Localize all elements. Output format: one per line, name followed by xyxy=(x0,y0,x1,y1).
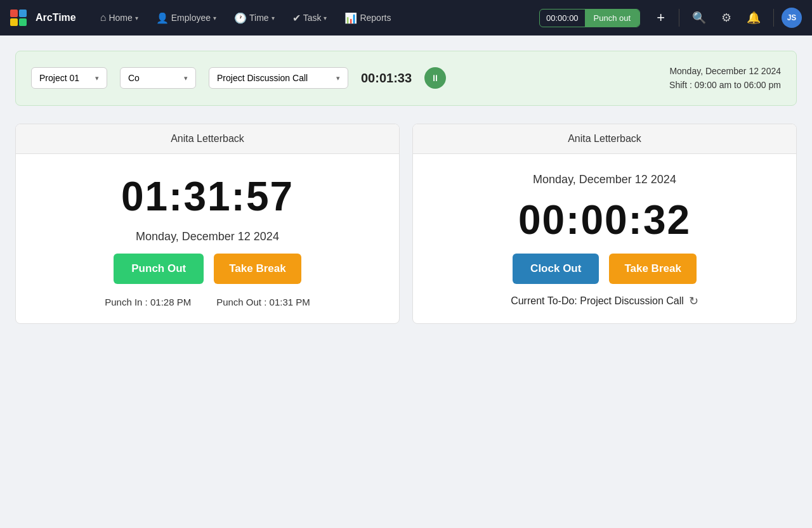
logo-red xyxy=(10,10,18,17)
punch-out-button[interactable]: Punch out xyxy=(585,10,640,27)
logo-blue xyxy=(19,10,27,17)
home-chevron-icon: ▾ xyxy=(135,15,138,22)
left-big-timer: 01:31:57 xyxy=(121,173,294,220)
topbar-timer: 00:01:33 xyxy=(361,71,412,86)
home-icon: ⌂ xyxy=(100,12,107,23)
divider-1 xyxy=(679,9,679,27)
right-date: Monday, December 12 2024 xyxy=(533,173,676,186)
notifications-button[interactable]: 🔔 xyxy=(742,7,766,29)
top-bar: Project 01 ▾ Co ▾ Project Discussion Cal… xyxy=(15,51,797,106)
punch-out-time: Punch Out : 01:31 PM xyxy=(216,297,310,307)
right-card-header: Anita Letterback xyxy=(413,124,796,154)
clock-out-button[interactable]: Clock Out xyxy=(513,254,599,284)
left-card-header: Anita Letterback xyxy=(16,124,399,154)
take-break-button[interactable]: Take Break xyxy=(214,254,301,284)
search-button[interactable]: 🔍 xyxy=(687,7,711,29)
category-dropdown[interactable]: Co ▾ xyxy=(120,67,196,89)
left-card-body: 01:31:57 Monday, December 12 2024 Punch … xyxy=(16,154,399,323)
punch-widget: 00:00:00 Punch out xyxy=(539,9,640,27)
todo-label: Current To-Do: Project Discussion Call xyxy=(511,295,684,307)
right-take-break-button[interactable]: Take Break xyxy=(609,254,696,284)
todo-row: Current To-Do: Project Discussion Call ↻ xyxy=(511,294,698,308)
nav-home[interactable]: ⌂ Home ▾ xyxy=(94,8,145,27)
pause-button[interactable]: ⏸ xyxy=(424,67,446,89)
add-button[interactable]: + xyxy=(650,7,671,29)
nav-task[interactable]: ✔ Task ▾ xyxy=(286,8,334,28)
employee-icon: 👤 xyxy=(156,12,169,24)
right-big-timer: 00:00:32 xyxy=(518,196,691,243)
time-chevron-icon: ▾ xyxy=(272,15,275,22)
logo-grid xyxy=(10,10,27,26)
right-btn-row: Clock Out Take Break xyxy=(513,254,697,284)
left-card: Anita Letterback 01:31:57 Monday, Decemb… xyxy=(15,124,400,324)
nav-reports[interactable]: 📊 Reports xyxy=(338,8,397,28)
cards-row: Anita Letterback 01:31:57 Monday, Decemb… xyxy=(15,124,797,324)
user-avatar[interactable]: JS xyxy=(782,8,802,28)
navbar: ArcTime ⌂ Home ▾ 👤 Employee ▾ 🕐 Time ▾ ✔… xyxy=(0,0,812,35)
nav-time[interactable]: 🕐 Time ▾ xyxy=(228,8,281,28)
task-dropdown[interactable]: Project Discussion Call ▾ xyxy=(209,67,348,89)
task-chevron-icon: ▾ xyxy=(324,15,327,22)
brand-name: ArcTime xyxy=(36,12,76,23)
left-date: Monday, December 12 2024 xyxy=(136,230,279,243)
logo-green xyxy=(19,18,27,26)
logo-yellow xyxy=(10,18,18,26)
left-btn-row: Punch Out Take Break xyxy=(114,254,301,284)
main-content: Project 01 ▾ Co ▾ Project Discussion Cal… xyxy=(0,35,812,339)
right-card: Anita Letterback Monday, December 12 202… xyxy=(412,124,797,324)
punch-in-time: Punch In : 01:28 PM xyxy=(105,297,191,307)
time-icon: 🕐 xyxy=(234,12,247,24)
project-chevron-icon: ▾ xyxy=(95,74,99,82)
divider-2 xyxy=(773,9,774,27)
punch-times: Punch In : 01:28 PM Punch Out : 01:31 PM xyxy=(105,297,310,307)
employee-chevron-icon: ▾ xyxy=(213,15,216,22)
nav-employee[interactable]: 👤 Employee ▾ xyxy=(150,8,223,28)
shift-info: Monday, December 12 2024 Shift : 09:00 a… xyxy=(669,64,781,93)
punch-timer: 00:00:00 xyxy=(540,10,585,26)
settings-button[interactable]: ⚙ xyxy=(716,7,737,29)
task-icon: ✔ xyxy=(292,12,301,24)
reports-icon: 📊 xyxy=(344,12,357,24)
project-dropdown[interactable]: Project 01 ▾ xyxy=(31,67,107,89)
right-card-body: Monday, December 12 2024 00:00:32 Clock … xyxy=(413,154,796,323)
pause-icon: ⏸ xyxy=(431,73,440,83)
task-chevron-icon: ▾ xyxy=(336,74,340,82)
category-chevron-icon: ▾ xyxy=(184,74,188,82)
refresh-icon[interactable]: ↻ xyxy=(689,294,698,308)
punch-out-button[interactable]: Punch Out xyxy=(114,254,204,284)
